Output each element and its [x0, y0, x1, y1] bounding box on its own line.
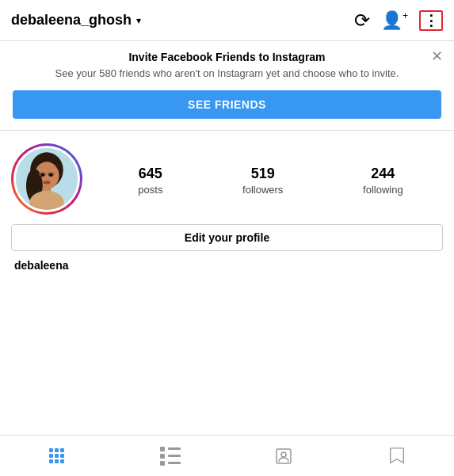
- grid-icon: [49, 448, 64, 463]
- following-label: following: [363, 184, 403, 196]
- posts-stat[interactable]: 645 posts: [138, 166, 162, 196]
- banner-title: Invite Facebook Friends to Instagram: [13, 51, 441, 63]
- header-left: debaleena_ghosh ▾: [11, 12, 141, 29]
- avatar-image: [16, 146, 78, 212]
- following-count: 244: [371, 166, 395, 182]
- more-options-icon[interactable]: ⋮: [419, 10, 443, 31]
- chevron-down-icon[interactable]: ▾: [136, 15, 141, 26]
- see-friends-button[interactable]: SEE FRIENDS: [13, 90, 441, 119]
- display-name: debaleena: [11, 259, 443, 272]
- profile-stats: 645 posts 519 followers 244 following: [98, 166, 443, 196]
- nav-tagged-button[interactable]: [227, 436, 341, 476]
- svg-point-12: [281, 452, 286, 457]
- followers-count: 519: [251, 166, 275, 182]
- close-banner-button[interactable]: ✕: [431, 49, 443, 63]
- header: debaleena_ghosh ▾ ⟳ 👤+ ⋮: [0, 0, 454, 41]
- person-tag-icon: [274, 447, 293, 466]
- edit-profile-button[interactable]: Edit your profile: [11, 224, 443, 251]
- profile-top: 645 posts 519 followers 244 following: [11, 143, 443, 215]
- svg-point-8: [40, 173, 44, 177]
- avatar[interactable]: [11, 143, 82, 215]
- bottom-nav: [0, 435, 454, 476]
- svg-point-9: [49, 173, 53, 177]
- nav-saved-button[interactable]: [341, 436, 454, 476]
- followers-stat[interactable]: 519 followers: [242, 166, 283, 196]
- posts-count: 645: [139, 166, 162, 182]
- header-icons: ⟳ 👤+ ⋮: [354, 10, 443, 32]
- followers-label: followers: [242, 184, 283, 196]
- posts-label: posts: [138, 184, 162, 196]
- profile-username[interactable]: debaleena_ghosh: [11, 12, 132, 29]
- profile-section: 645 posts 519 followers 244 following Ed…: [0, 131, 454, 280]
- undo-icon[interactable]: ⟳: [354, 10, 370, 32]
- banner-subtitle: See your 580 friends who aren't on Insta…: [13, 67, 441, 81]
- nav-grid-button[interactable]: [0, 436, 113, 476]
- list-icon: [160, 447, 181, 466]
- bookmark-icon: [388, 447, 406, 466]
- nav-list-button[interactable]: [113, 436, 227, 476]
- invite-banner: ✕ Invite Facebook Friends to Instagram S…: [0, 41, 454, 131]
- svg-point-10: [44, 181, 51, 184]
- add-person-icon[interactable]: 👤+: [381, 10, 408, 31]
- following-stat[interactable]: 244 following: [363, 166, 403, 196]
